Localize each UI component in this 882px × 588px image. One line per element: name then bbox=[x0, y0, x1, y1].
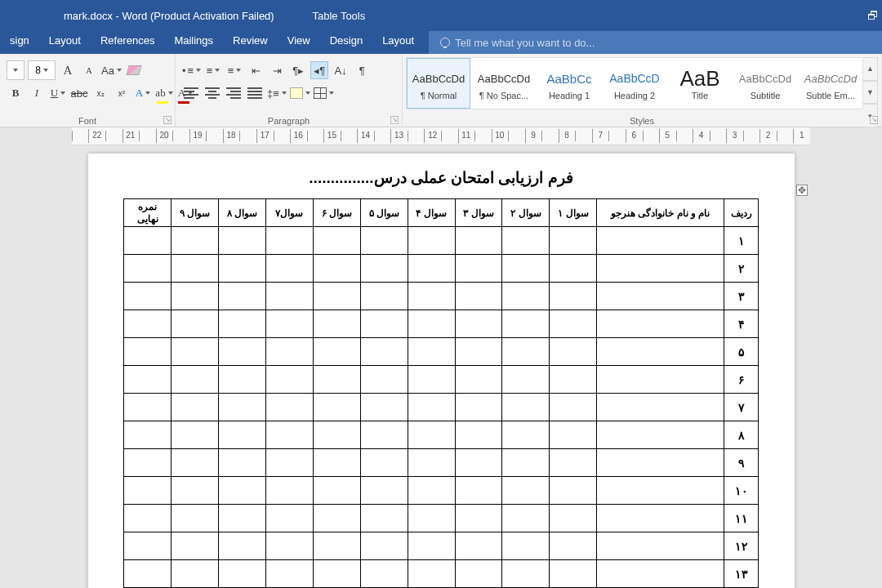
styles-dialog-launcher[interactable]: ↘ bbox=[870, 116, 878, 124]
window-restore-icon[interactable]: 🗗 bbox=[867, 9, 879, 22]
cell[interactable] bbox=[124, 421, 172, 449]
cell[interactable] bbox=[597, 477, 724, 505]
row-number[interactable]: ۷ bbox=[724, 394, 759, 421]
grow-font-button[interactable]: A bbox=[59, 61, 77, 79]
paragraph-dialog-launcher[interactable]: ↘ bbox=[390, 116, 399, 124]
cell[interactable] bbox=[172, 227, 219, 255]
cell[interactable] bbox=[360, 227, 408, 255]
cell[interactable] bbox=[550, 560, 597, 588]
style-heading2[interactable]: AaBbCcDHeading 2 bbox=[603, 58, 666, 109]
cell[interactable] bbox=[455, 449, 502, 477]
cell[interactable] bbox=[124, 449, 172, 477]
cell[interactable] bbox=[502, 505, 550, 532]
cell[interactable] bbox=[597, 449, 724, 477]
italic-button[interactable]: I bbox=[28, 84, 46, 102]
cell[interactable] bbox=[313, 283, 360, 310]
tab-mailings[interactable]: Mailings bbox=[164, 31, 223, 54]
increase-indent-button[interactable]: ⇥ bbox=[268, 61, 286, 79]
cell[interactable] bbox=[124, 283, 172, 310]
row-number[interactable]: ۱۳ bbox=[724, 560, 759, 588]
align-left-button[interactable] bbox=[182, 84, 200, 102]
cell[interactable] bbox=[455, 505, 502, 532]
bold-button[interactable]: B bbox=[7, 84, 24, 102]
cell[interactable] bbox=[360, 477, 408, 505]
cell[interactable] bbox=[265, 283, 313, 310]
th-radif[interactable]: ردیف bbox=[724, 199, 759, 227]
clear-formatting-button[interactable] bbox=[125, 61, 143, 79]
cell[interactable] bbox=[218, 394, 265, 421]
tab-table-design[interactable]: Design bbox=[320, 31, 372, 54]
shrink-font-button[interactable]: A bbox=[80, 61, 98, 79]
cell[interactable] bbox=[360, 532, 408, 560]
font-dialog-launcher[interactable]: ↘ bbox=[163, 116, 172, 124]
cell[interactable] bbox=[455, 338, 502, 366]
show-marks-button[interactable]: ¶ bbox=[353, 61, 371, 79]
cell[interactable] bbox=[360, 421, 408, 449]
th-q7[interactable]: سوال۷ bbox=[265, 199, 313, 227]
cell[interactable] bbox=[502, 421, 550, 449]
style-subtitle[interactable]: AaBbCcDdSubtitle bbox=[733, 58, 797, 109]
style-heading1[interactable]: AaBbCcHeading 1 bbox=[537, 58, 601, 109]
th-q9[interactable]: سوال ۹ bbox=[172, 199, 219, 227]
cell[interactable] bbox=[502, 227, 550, 255]
cell[interactable] bbox=[502, 310, 550, 338]
cell[interactable] bbox=[124, 310, 172, 338]
row-number[interactable]: ۱۰ bbox=[724, 477, 759, 505]
style-normal[interactable]: AaBbCcDd¶ Normal bbox=[407, 58, 470, 109]
row-number[interactable]: ۵ bbox=[724, 338, 759, 366]
cell[interactable] bbox=[124, 255, 172, 283]
table-move-handle[interactable]: ✥ bbox=[796, 185, 808, 196]
cell[interactable] bbox=[313, 310, 360, 338]
cell[interactable] bbox=[550, 505, 597, 532]
numbering-button[interactable]: ≡ bbox=[204, 61, 222, 79]
font-size-select[interactable]: 8 bbox=[28, 60, 56, 80]
th-q8[interactable]: سوال ۸ bbox=[218, 199, 265, 227]
cell[interactable] bbox=[172, 338, 219, 366]
cell[interactable] bbox=[408, 477, 455, 505]
cell[interactable] bbox=[455, 394, 502, 421]
cell[interactable] bbox=[313, 449, 360, 477]
cell[interactable] bbox=[502, 255, 550, 283]
cell[interactable] bbox=[597, 366, 724, 394]
cell[interactable] bbox=[265, 505, 313, 532]
cell[interactable] bbox=[550, 338, 597, 366]
cell[interactable] bbox=[408, 449, 455, 477]
cell[interactable] bbox=[313, 560, 360, 588]
tab-view[interactable]: View bbox=[278, 31, 320, 54]
cell[interactable] bbox=[455, 532, 502, 560]
shading-button[interactable] bbox=[290, 84, 310, 102]
cell[interactable] bbox=[218, 560, 265, 588]
cell[interactable] bbox=[313, 366, 360, 394]
cell[interactable] bbox=[124, 394, 172, 421]
cell[interactable] bbox=[408, 310, 455, 338]
cell[interactable] bbox=[408, 421, 455, 449]
cell[interactable] bbox=[455, 310, 502, 338]
underline-button[interactable]: U bbox=[49, 84, 67, 102]
multilevel-list-button[interactable]: ≡ bbox=[225, 61, 243, 79]
cell[interactable] bbox=[313, 477, 360, 505]
borders-button[interactable] bbox=[314, 84, 334, 102]
cell[interactable] bbox=[265, 421, 313, 449]
cell[interactable] bbox=[597, 283, 724, 310]
cell[interactable] bbox=[172, 366, 219, 394]
cell[interactable] bbox=[502, 560, 550, 588]
cell[interactable] bbox=[218, 366, 265, 394]
cell[interactable] bbox=[408, 394, 455, 421]
cell[interactable] bbox=[265, 394, 313, 421]
cell[interactable] bbox=[455, 227, 502, 255]
cell[interactable] bbox=[265, 449, 313, 477]
cell[interactable] bbox=[218, 338, 265, 366]
font-name-select[interactable] bbox=[7, 60, 24, 80]
cell[interactable] bbox=[172, 560, 219, 588]
cell[interactable] bbox=[550, 310, 597, 338]
cell[interactable] bbox=[408, 283, 455, 310]
tab-review[interactable]: Review bbox=[223, 31, 278, 54]
cell[interactable] bbox=[124, 477, 172, 505]
cell[interactable] bbox=[124, 532, 172, 560]
cell[interactable] bbox=[408, 255, 455, 283]
cell[interactable] bbox=[597, 532, 724, 560]
cell[interactable] bbox=[597, 255, 724, 283]
cell[interactable] bbox=[597, 310, 724, 338]
cell[interactable] bbox=[313, 394, 360, 421]
tab-design-doc[interactable]: sign bbox=[0, 31, 39, 54]
